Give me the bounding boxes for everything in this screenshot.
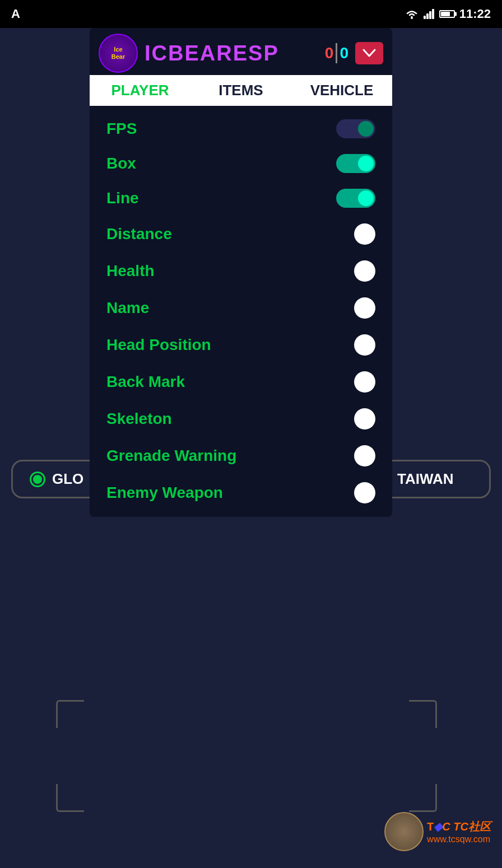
tab-player[interactable]: PLAYER — [90, 75, 190, 106]
setting-row-line: Line — [90, 181, 392, 216]
dropdown-button[interactable] — [355, 42, 383, 64]
setting-row-skeleton: Skeleton — [90, 400, 392, 437]
watermark-url: www.tcsqw.com — [427, 834, 491, 844]
svg-point-0 — [411, 17, 413, 19]
svg-rect-4 — [432, 9, 434, 19]
tab-items[interactable]: ITEMS — [190, 75, 291, 106]
global-label: GLO — [52, 470, 83, 488]
setting-label-box: Box — [106, 155, 136, 172]
setting-row-health: Health — [90, 253, 392, 290]
setting-row-grenade-warning: Grenade Warning — [90, 437, 392, 474]
radio-dot — [30, 472, 45, 487]
setting-label-enemy-weapon: Enemy Weapon — [106, 484, 223, 502]
svg-rect-1 — [424, 16, 426, 19]
taiwan-button[interactable]: TAIWAN — [379, 460, 491, 498]
corner-tl — [56, 700, 84, 728]
counter-area: 0 0 — [325, 43, 348, 63]
setting-row-fps: FPS — [90, 111, 392, 146]
enemy-weapon-toggle[interactable] — [354, 482, 375, 503]
settings-list: FPS Box Line Distance Health — [90, 106, 392, 517]
setting-label-back-mark: Back Mark — [106, 373, 185, 391]
head-position-toggle[interactable] — [354, 334, 375, 356]
setting-row-head-position: Head Position — [90, 326, 392, 363]
logo-circle: Ice Bear — [99, 34, 138, 73]
setting-row-box: Box — [90, 146, 392, 181]
fps-toggle[interactable] — [336, 119, 375, 138]
counter-red: 0 — [325, 44, 334, 62]
name-toggle[interactable] — [354, 297, 375, 319]
chevron-down-icon — [362, 49, 376, 58]
fps-knob — [358, 121, 374, 137]
corner-br — [409, 784, 437, 812]
distance-toggle[interactable] — [354, 223, 375, 245]
setting-label-name: Name — [106, 299, 149, 317]
radio-inner — [33, 475, 42, 484]
watermark-site: T◆C TC社区 — [427, 819, 491, 834]
setting-row-distance: Distance — [90, 216, 392, 253]
setting-label-head-position: Head Position — [106, 336, 211, 354]
signal-icon — [424, 9, 435, 19]
status-left-label: A — [11, 7, 20, 21]
setting-label-grenade-warning: Grenade Warning — [106, 447, 236, 465]
setting-row-name: Name — [90, 290, 392, 326]
setting-label-skeleton: Skeleton — [106, 410, 172, 428]
logo-text: Ice Bear — [111, 46, 125, 60]
setting-row-back-mark: Back Mark — [90, 363, 392, 400]
corner-bl — [56, 784, 84, 812]
grenade-warning-toggle[interactable] — [354, 445, 375, 466]
watermark-text: T◆C TC社区 www.tcsqw.com — [427, 819, 491, 844]
box-toggle-knob — [358, 156, 374, 171]
status-right: 11:22 — [405, 7, 491, 21]
app-title-esp: ESP — [233, 41, 279, 66]
main-panel: Ice Bear ICBEAR ESP 0 0 PLAYER ITEMS VEH… — [90, 28, 392, 517]
svg-rect-3 — [429, 11, 431, 19]
status-bar: A 11:22 — [0, 0, 502, 28]
setting-label-line: Line — [106, 189, 139, 207]
setting-label-distance: Distance — [106, 225, 172, 243]
setting-label-fps: FPS — [106, 120, 137, 138]
title-area: ICBEAR ESP — [145, 41, 316, 66]
back-mark-toggle[interactable] — [354, 371, 375, 393]
panel-header: Ice Bear ICBEAR ESP 0 0 — [90, 28, 392, 73]
corner-tr — [409, 700, 437, 728]
tab-vehicle[interactable]: VEHICLE — [291, 75, 392, 106]
skeleton-toggle[interactable] — [354, 408, 375, 430]
corner-box — [56, 700, 437, 812]
status-time: 11:22 — [459, 7, 491, 21]
health-toggle[interactable] — [354, 260, 375, 282]
tabs-row: PLAYER ITEMS VEHICLE — [90, 75, 392, 106]
wifi-icon — [405, 9, 419, 19]
setting-row-enemy-weapon: Enemy Weapon — [90, 474, 392, 511]
box-toggle[interactable] — [336, 154, 375, 173]
taiwan-label: TAIWAN — [397, 470, 454, 488]
svg-rect-2 — [426, 13, 429, 19]
watermark: T◆C TC社区 www.tcsqw.com — [384, 812, 491, 851]
line-toggle-knob — [358, 190, 374, 206]
watermark-logo — [384, 812, 424, 851]
app-title: ICBEAR — [145, 41, 233, 66]
line-toggle[interactable] — [336, 189, 375, 208]
counter-cyan: 0 — [340, 44, 348, 62]
setting-label-health: Health — [106, 262, 155, 280]
battery-icon — [439, 10, 455, 18]
